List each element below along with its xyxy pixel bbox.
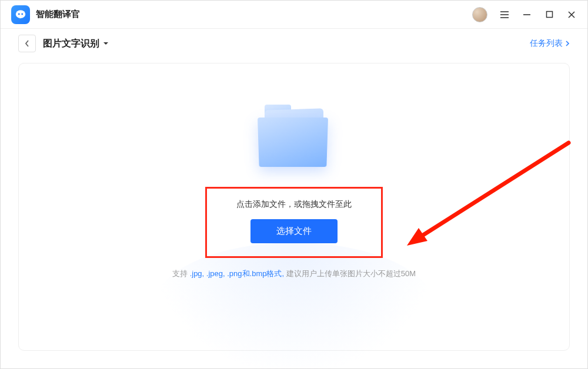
support-formats: .jpg, .jpeg, .png和.bmp格式, — [188, 269, 284, 278]
maximize-icon[interactable] — [544, 9, 554, 20]
page-title-dropdown[interactable]: 图片文字识别 — [43, 38, 109, 50]
app-logo — [11, 5, 30, 24]
toolbar: 图片文字识别 任务列表 — [1, 29, 587, 58]
chevron-down-icon — [103, 41, 109, 46]
support-suffix: 建议用户上传单张图片大小不超过50M — [284, 269, 416, 278]
user-avatar[interactable] — [472, 7, 487, 22]
close-icon[interactable] — [566, 9, 577, 20]
back-button[interactable] — [18, 35, 36, 52]
upload-panel: 点击添加文件，或拖拽文件至此 选择文件 支持 .jpg, .jpeg, .png… — [18, 63, 570, 351]
drop-hint-text: 点击添加文件，或拖拽文件至此 — [236, 199, 352, 210]
folder-icon — [253, 105, 335, 175]
page-title-label: 图片文字识别 — [43, 38, 99, 50]
app-title: 智能翻译官 — [36, 9, 80, 20]
svg-point-1 — [18, 13, 20, 15]
menu-icon[interactable] — [499, 9, 510, 20]
task-list-label: 任务列表 — [530, 38, 563, 49]
task-list-link[interactable]: 任务列表 — [530, 38, 570, 49]
drop-zone[interactable]: 点击添加文件，或拖拽文件至此 选择文件 — [205, 187, 383, 258]
svg-point-2 — [21, 13, 23, 15]
annotation-arrow — [395, 140, 572, 257]
titlebar: 智能翻译官 — [1, 1, 587, 29]
svg-rect-7 — [546, 12, 552, 18]
support-text: 支持 .jpg, .jpeg, .png和.bmp格式, 建议用户上传单张图片大… — [172, 269, 416, 279]
decorative-shadow — [153, 243, 435, 369]
svg-point-0 — [16, 10, 26, 18]
select-file-button[interactable]: 选择文件 — [250, 219, 338, 243]
support-prefix: 支持 — [172, 269, 188, 278]
minimize-icon[interactable] — [522, 9, 532, 20]
chevron-right-icon — [565, 40, 570, 47]
